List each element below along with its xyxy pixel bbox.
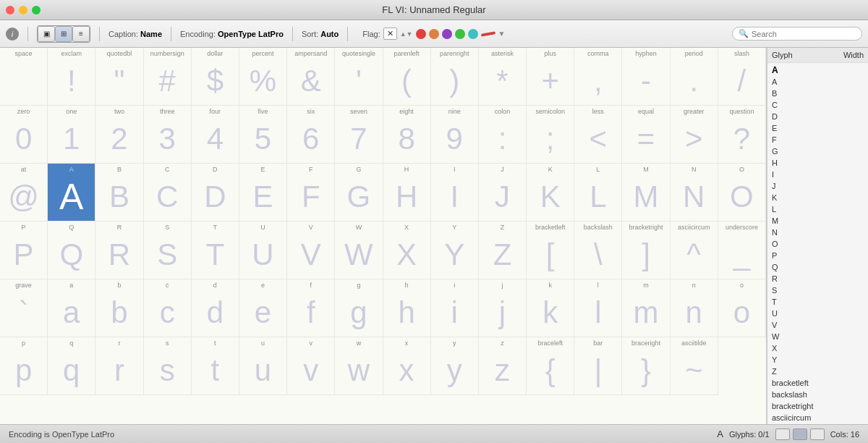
glyph-cell-b[interactable]: bb [95, 279, 143, 337]
glyph-cell-K[interactable]: KK [527, 164, 574, 222]
glyph-cell-d[interactable]: dd [192, 279, 239, 337]
glyph-cell-slash[interactable]: slash/ [718, 48, 766, 106]
glyph-cell-zero[interactable]: zero0 [0, 106, 48, 164]
glyph-cell-bar[interactable]: bar| [574, 337, 622, 395]
glyph-cell-asterisk[interactable]: asterisk* [479, 48, 527, 106]
info-button[interactable]: i [6, 28, 19, 41]
glyph-cell-q[interactable]: qq [48, 337, 95, 395]
glyph-cell-W[interactable]: WW [335, 222, 383, 279]
sidebar-item-R[interactable]: R [767, 273, 868, 284]
sidebar-item-W[interactable]: W [767, 331, 868, 342]
glyph-cell-c[interactable]: cc [144, 279, 192, 337]
minimize-button[interactable] [19, 6, 27, 14]
sidebar-item-Q[interactable]: Q [767, 261, 868, 273]
flag-color-orange[interactable] [429, 29, 439, 39]
flag-color-line[interactable] [480, 31, 495, 36]
glyph-cell-Q[interactable]: QQ [48, 222, 95, 279]
glyph-cell-bracketright[interactable]: bracketright] [622, 222, 670, 279]
glyph-cell-grave[interactable]: grave` [0, 279, 48, 337]
glyph-cell-C[interactable]: CC [144, 164, 192, 222]
glyph-cell-x[interactable]: xx [383, 337, 431, 395]
glyph-cell-P[interactable]: PP [0, 222, 48, 279]
glyph-cell-six[interactable]: six6 [287, 106, 335, 164]
glyph-cell-semicolon[interactable]: semicolon; [527, 106, 574, 164]
glyph-cell-s[interactable]: ss [144, 337, 192, 395]
sidebar-item-V[interactable]: V [767, 319, 868, 331]
glyph-cell-n[interactable]: nn [671, 279, 718, 337]
glyph-cell-backslash[interactable]: backslash\ [574, 222, 622, 279]
flag-options-arrow[interactable]: ▼ [498, 30, 506, 38]
glyph-cell-g[interactable]: gg [335, 279, 383, 337]
glyph-cell-dollar[interactable]: dollar$ [192, 48, 239, 106]
flag-color-teal[interactable] [468, 29, 478, 39]
glyph-cell-four[interactable]: four4 [192, 106, 239, 164]
glyph-cell-J[interactable]: JJ [479, 164, 527, 222]
glyph-cell-F[interactable]: FF [287, 164, 335, 222]
glyph-cell-j[interactable]: jj [479, 279, 527, 337]
glyph-cell-U[interactable]: UU [239, 222, 287, 279]
glyph-cell-H[interactable]: HH [383, 164, 431, 222]
glyph-cell-colon[interactable]: colon: [479, 106, 527, 164]
sidebar-item-M[interactable]: M [767, 215, 868, 227]
glyph-cell-quotesingle[interactable]: quotesingle' [335, 48, 383, 106]
glyph-cell-l[interactable]: ll [574, 279, 622, 337]
glyph-cell-parenright[interactable]: parenright) [431, 48, 479, 106]
traffic-lights[interactable] [6, 6, 41, 14]
glyph-cell-t[interactable]: tt [192, 337, 239, 395]
glyph-cell-two[interactable]: two2 [95, 106, 143, 164]
glyph-cell-braceright[interactable]: braceright} [622, 337, 670, 395]
glyph-cell-r[interactable]: rr [95, 337, 143, 395]
view-grid-button[interactable]: ⊞ [55, 26, 72, 42]
sidebar-item-underscore[interactable]: underscore [767, 423, 868, 424]
sidebar-item-A[interactable]: A [767, 76, 868, 88]
sidebar-item-U[interactable]: U [767, 308, 868, 319]
glyph-cell-z[interactable]: zz [479, 337, 527, 395]
sidebar-item-backslash[interactable]: backslash [767, 389, 868, 400]
glyph-cell-seven[interactable]: seven7 [335, 106, 383, 164]
glyph-cell-X[interactable]: XX [383, 222, 431, 279]
glyph-cell-i[interactable]: ii [431, 279, 479, 337]
view-buttons[interactable] [775, 429, 825, 440]
glyph-cell-question[interactable]: question? [718, 106, 766, 164]
glyph-cell-o[interactable]: oo [718, 279, 766, 337]
glyph-cell-one[interactable]: one1 [48, 106, 95, 164]
glyph-cell-comma[interactable]: comma, [574, 48, 622, 106]
sidebar-item-H[interactable]: H [767, 157, 868, 169]
glyph-cell-hyphen[interactable]: hyphen- [622, 48, 670, 106]
sidebar-item-F[interactable]: F [767, 134, 868, 145]
glyph-cell-parenleft[interactable]: parenleft( [383, 48, 431, 106]
glyph-cell-asciicircum[interactable]: asciicircum^ [671, 222, 718, 279]
glyph-cell-N[interactable]: NN [671, 164, 718, 222]
glyph-cell-ampersand[interactable]: ampersand& [287, 48, 335, 106]
sidebar-item-T[interactable]: T [767, 296, 868, 308]
glyph-cell-v[interactable]: vv [287, 337, 335, 395]
search-box[interactable]: 🔍 [732, 27, 862, 41]
glyph-cell-braceleft[interactable]: braceleft{ [527, 337, 574, 395]
glyph-cell-D[interactable]: DD [192, 164, 239, 222]
glyph-cell-w[interactable]: ww [335, 337, 383, 395]
glyph-cell-B[interactable]: BB [95, 164, 143, 222]
flag-color-red[interactable] [416, 29, 426, 39]
glyph-cell-k[interactable]: kk [527, 279, 574, 337]
flag-color-green[interactable] [455, 29, 465, 39]
sidebar-item-asciicircum[interactable]: asciicircum [767, 412, 868, 423]
glyph-cell-p[interactable]: pp [0, 337, 48, 395]
glyph-cell-nine[interactable]: nine9 [431, 106, 479, 164]
close-button[interactable] [6, 6, 14, 14]
sidebar-item-I[interactable]: I [767, 169, 868, 180]
sidebar-item-bracketright[interactable]: bracketright [767, 400, 868, 412]
glyph-cell-percent[interactable]: percent% [239, 48, 287, 106]
glyph-cell-h[interactable]: hh [383, 279, 431, 337]
sidebar-item-bracketleft[interactable]: bracketleft [767, 377, 868, 389]
sidebar-item-E[interactable]: E [767, 122, 868, 134]
glyph-cell-L[interactable]: LL [574, 164, 622, 222]
sidebar-item-N[interactable]: N [767, 227, 868, 238]
glyph-cell-five[interactable]: five5 [239, 106, 287, 164]
glyph-cell-V[interactable]: VV [287, 222, 335, 279]
glyph-cell-quotedbl[interactable]: quotedbl" [95, 48, 143, 106]
glyph-cell-I[interactable]: II [431, 164, 479, 222]
flag-color-purple[interactable] [442, 29, 452, 39]
sidebar-item-D[interactable]: D [767, 111, 868, 122]
glyph-cell-T[interactable]: TT [192, 222, 239, 279]
sidebar-item-S[interactable]: S [767, 284, 868, 296]
